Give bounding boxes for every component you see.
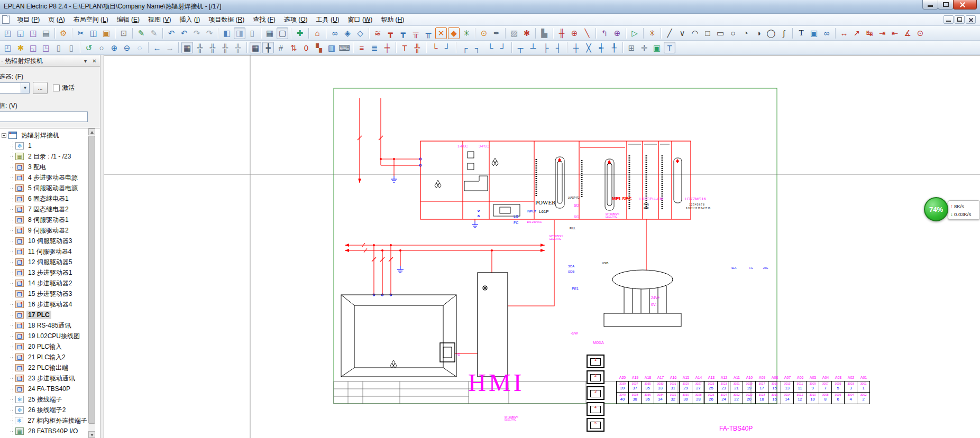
print-icon[interactable]: ▤ bbox=[40, 27, 52, 39]
grid-size-d-icon[interactable]: ╬ bbox=[219, 42, 231, 53]
value-input[interactable] bbox=[0, 111, 88, 122]
tree-item-9[interactable]: 9 伺服驱动器2 bbox=[0, 225, 89, 236]
net-definition-point-icon[interactable]: ✳ bbox=[461, 27, 472, 39]
panel-close-icon[interactable]: ✕ bbox=[90, 58, 98, 65]
page-preview-icon[interactable]: ▯ bbox=[246, 27, 258, 39]
scrollbar-up-arrow[interactable] bbox=[88, 128, 95, 135]
hatch-area-icon[interactable]: ▨ bbox=[508, 27, 520, 39]
insert-symbol-icon[interactable]: ∞ bbox=[329, 27, 341, 39]
marquee-select-icon[interactable]: ⊡ bbox=[118, 27, 130, 39]
align-connections-3-icon[interactable]: ╪ bbox=[381, 42, 393, 53]
open-page-icon[interactable]: ◱ bbox=[15, 27, 26, 39]
conn-corner-3-icon[interactable]: └ bbox=[484, 42, 496, 53]
insert-text-icon[interactable]: T bbox=[795, 27, 807, 39]
menu-V[interactable]: 视图 (V) bbox=[144, 14, 175, 25]
tree-item-24[interactable]: 24 FA-TBS40P bbox=[0, 384, 89, 394]
terminal-column-A14[interactable]: A14302727302828 bbox=[692, 374, 705, 404]
dim-continued-icon[interactable]: ↹ bbox=[864, 27, 875, 39]
text-box-tool-icon[interactable]: T bbox=[664, 42, 675, 53]
terminal-column-A06[interactable]: A06301111301212 bbox=[794, 374, 807, 404]
page-new-special-icon[interactable]: ✱ bbox=[15, 42, 26, 53]
tree-expander-icon[interactable] bbox=[2, 133, 6, 138]
interruption-point-icon[interactable]: ✕ bbox=[435, 27, 447, 39]
format-brush-assign-icon[interactable]: ✎ bbox=[135, 27, 147, 39]
title-bar[interactable]: EPLAN Electric P8 2.4 - E:\EPLAN\项目\Comp… bbox=[0, 0, 980, 14]
tree-item-28[interactable]: ▦28 FATBS40P I/O bbox=[0, 426, 89, 436]
scrollbar-thumb[interactable] bbox=[88, 136, 95, 424]
tree-item-23[interactable]: 23 步进驱动通讯 bbox=[0, 373, 89, 384]
tree-item-26[interactable]: ❄26 接线端子2 bbox=[0, 405, 89, 415]
draw-rect-rounded-icon[interactable]: ▭ bbox=[715, 27, 726, 39]
connection-point-4-icon[interactable]: ╥ bbox=[423, 27, 434, 39]
terminal-column-A15[interactable]: A15302929303030 bbox=[680, 374, 692, 404]
connection-point-2-icon[interactable]: ┳ bbox=[397, 27, 409, 39]
grid-red-icon[interactable]: ╫ bbox=[556, 27, 567, 39]
dashed-frame-tool-icon[interactable]: ⊞ bbox=[626, 42, 637, 53]
tree-item-4[interactable]: 4 步进驱动器电源 bbox=[0, 172, 89, 183]
combobox-arrow-icon[interactable]: ▼ bbox=[21, 83, 29, 93]
tree-item-21[interactable]: 21 PLC输入2 bbox=[0, 352, 89, 362]
copy-icon[interactable]: ◫ bbox=[88, 27, 99, 39]
format-brush-apply-icon[interactable]: ✎ bbox=[148, 27, 160, 39]
tree-item-27[interactable]: ❄27 柜内柜外连接端子 bbox=[0, 415, 89, 426]
grid-size-e-icon[interactable]: ╬ bbox=[232, 42, 244, 53]
terminal-column-A02[interactable]: A023003330044 bbox=[845, 374, 857, 404]
page-copy-icon[interactable]: ◳ bbox=[40, 42, 52, 53]
multi-arrow-tool-icon[interactable]: ✳ bbox=[646, 27, 658, 39]
angle-tool-icon[interactable]: ↰ bbox=[599, 27, 610, 39]
conn-corner-1-icon[interactable]: ┌ bbox=[459, 42, 471, 53]
child-restore-button[interactable] bbox=[955, 15, 965, 24]
connection-point-1-icon[interactable]: ┳ bbox=[384, 27, 396, 39]
draw-line-icon[interactable]: ╱ bbox=[664, 27, 675, 39]
corner-tool-blue-icon[interactable]: ┘ bbox=[442, 42, 453, 53]
draw-circle-icon[interactable]: ○ bbox=[727, 27, 739, 39]
insert-cross-node-icon[interactable]: ╬ bbox=[411, 42, 423, 53]
logic-grid-icon[interactable]: ▚ bbox=[313, 42, 325, 53]
menu-U[interactable]: 工具 (U) bbox=[312, 14, 344, 25]
menu-W[interactable]: 窗口 (W) bbox=[344, 14, 377, 25]
play-tool-icon[interactable]: ▷ bbox=[629, 27, 640, 39]
terminal-column-A08[interactable]: A08301515301616 bbox=[768, 374, 781, 404]
tree-item-12[interactable]: 12 伺服驱动器5 bbox=[0, 257, 89, 267]
snap-to-grid-icon[interactable]: ▦ bbox=[250, 42, 261, 53]
activate-checkbox[interactable] bbox=[53, 85, 60, 91]
align-connections-1-icon[interactable]: ≡ bbox=[356, 42, 368, 53]
tree-item-25[interactable]: ❄25 接线端子 bbox=[0, 394, 89, 405]
terminal-column-A19[interactable]: A19303737303838 bbox=[629, 374, 642, 404]
terminal-column-A16[interactable]: A16303131303232 bbox=[667, 374, 680, 404]
scrollbar-down-arrow[interactable] bbox=[88, 431, 95, 438]
terminal-column-A04[interactable]: A043007730088 bbox=[819, 374, 832, 404]
fullscreen-icon[interactable]: ▢ bbox=[277, 27, 288, 39]
terminal-column-A07[interactable]: A07301313301414 bbox=[781, 374, 794, 404]
conn-corner-2-icon[interactable]: ┐ bbox=[472, 42, 483, 53]
draw-spline-icon[interactable]: ∫ bbox=[778, 27, 790, 39]
terminal-column-A09[interactable]: A09301717301818 bbox=[756, 374, 768, 404]
window-tile-1-icon[interactable]: ◧ bbox=[221, 27, 233, 39]
insert-hyperlink-icon[interactable]: ∞ bbox=[821, 27, 832, 39]
tree-item-1[interactable]: ❄1 bbox=[0, 141, 89, 151]
conn-t-up-icon[interactable]: ┴ bbox=[527, 42, 539, 53]
minimize-button[interactable] bbox=[922, 0, 938, 10]
tree-item-5[interactable]: 5 伺服驱动器电源 bbox=[0, 183, 89, 193]
dim-baseline-icon[interactable]: ⇥ bbox=[876, 27, 888, 39]
draw-ellipse-icon[interactable]: ◯ bbox=[765, 27, 777, 39]
menu-A[interactable]: 页 (A) bbox=[44, 14, 69, 25]
window-tile-2-icon[interactable]: ◨ bbox=[234, 27, 245, 39]
menu-I[interactable]: 插入 (I) bbox=[175, 14, 204, 25]
grid-display-icon[interactable]: # bbox=[275, 42, 287, 53]
terminal-column-A13[interactable]: A13302525302626 bbox=[705, 374, 718, 404]
menu-E[interactable]: 编辑 (E) bbox=[113, 14, 144, 25]
dim-limit-icon[interactable]: ⇤ bbox=[889, 27, 901, 39]
panel-header[interactable]: - 热辐射焊接机 ▾ ✕ bbox=[0, 56, 100, 67]
insert-cable-icon[interactable]: ≋ bbox=[372, 27, 383, 39]
grid-size-b-icon[interactable]: ╬ bbox=[194, 42, 206, 53]
new-page-icon[interactable]: ◰ bbox=[2, 27, 14, 39]
doc-properties-1-icon[interactable]: ▯ bbox=[53, 42, 65, 53]
tree-item-10[interactable]: 10 伺服驱动器3 bbox=[0, 236, 89, 246]
tree-item-2[interactable]: ▦2 目录 : /1 - /23 bbox=[0, 151, 89, 162]
close-button[interactable] bbox=[953, 0, 977, 10]
redo-list-icon[interactable]: ↷ bbox=[204, 27, 215, 39]
tree-item-18[interactable]: 18 RS-485通讯 bbox=[0, 320, 89, 331]
conn-break-icon[interactable]: ╳ bbox=[583, 42, 594, 53]
redo-icon[interactable]: ↷ bbox=[191, 27, 203, 39]
